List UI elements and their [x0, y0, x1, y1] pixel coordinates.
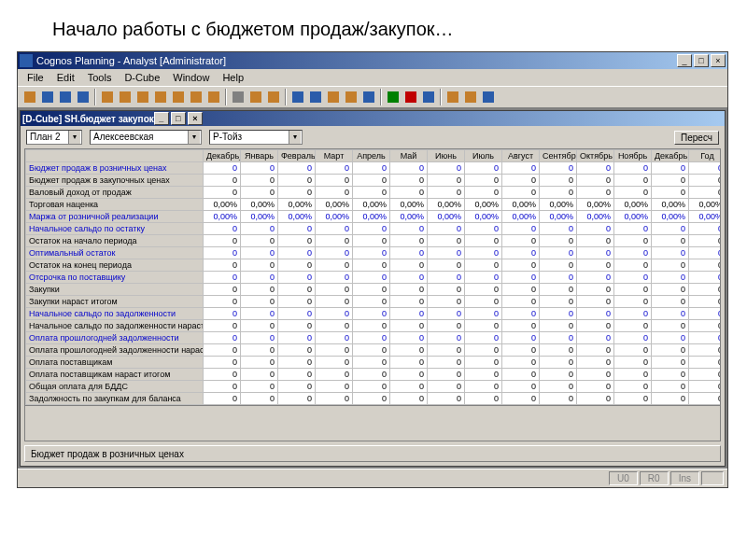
toolbar-btn-5[interactable] — [117, 89, 134, 105]
data-cell[interactable]: 0 — [278, 369, 316, 381]
toolbar-btn-23[interactable] — [462, 89, 479, 105]
data-cell[interactable]: 0 — [689, 187, 722, 199]
data-cell[interactable]: 0 — [577, 308, 614, 320]
data-cell[interactable]: 0 — [689, 235, 722, 247]
row-header[interactable]: Задолжность по закупкам для баланса — [26, 393, 204, 405]
data-cell[interactable]: 0 — [428, 320, 465, 332]
data-cell[interactable]: 0 — [353, 272, 390, 284]
col-header[interactable]: Ноябрь — [614, 150, 652, 162]
toolbar-btn-10[interactable] — [205, 89, 222, 105]
data-cell[interactable]: 0 — [465, 369, 502, 381]
data-cell[interactable]: 0 — [652, 296, 689, 308]
data-cell[interactable]: 0 — [614, 357, 652, 369]
data-cell[interactable]: 0 — [540, 332, 577, 344]
data-cell[interactable]: 0 — [241, 393, 278, 405]
data-cell[interactable]: 0,00% — [540, 199, 577, 211]
data-cell[interactable]: 0 — [502, 308, 540, 320]
data-cell[interactable]: 0,00% — [652, 199, 689, 211]
row-header[interactable]: Оплата прошлогодней задолженности — [26, 332, 204, 344]
data-cell[interactable]: 0 — [689, 175, 722, 187]
data-cell[interactable]: 0 — [353, 381, 390, 393]
data-cell[interactable]: 0 — [502, 393, 540, 405]
data-cell[interactable]: 0 — [428, 308, 465, 320]
data-cell[interactable]: 0 — [390, 357, 428, 369]
row-header[interactable]: Бюджет продаж в розничных ценах — [26, 162, 204, 175]
data-cell[interactable]: 0 — [428, 175, 465, 187]
data-cell[interactable]: 0 — [353, 332, 390, 344]
data-cell[interactable]: 0 — [428, 369, 465, 381]
row-header[interactable]: Закупки нараст итогом — [26, 296, 204, 308]
data-cell[interactable]: 0 — [278, 175, 316, 187]
data-cell[interactable]: 0 — [465, 296, 502, 308]
data-cell[interactable]: 0 — [502, 223, 540, 235]
data-cell[interactable]: 0 — [577, 259, 614, 272]
data-cell[interactable]: 0 — [390, 272, 428, 284]
toolbar-btn-14[interactable] — [289, 89, 306, 105]
data-cell[interactable]: 0 — [241, 296, 278, 308]
data-cell[interactable]: 0 — [278, 308, 316, 320]
data-cell[interactable]: 0 — [540, 296, 577, 308]
data-cell[interactable]: 0 — [540, 223, 577, 235]
data-cell[interactable]: 0 — [652, 381, 689, 393]
data-cell[interactable]: 0 — [353, 247, 390, 259]
maximize-button[interactable]: □ — [694, 54, 709, 67]
data-cell[interactable]: 0 — [428, 284, 465, 296]
toolbar-btn-9[interactable] — [188, 89, 204, 105]
data-cell[interactable]: 0 — [241, 381, 278, 393]
data-cell[interactable]: 0,00% — [316, 211, 353, 223]
inner-maximize-button[interactable]: □ — [171, 112, 186, 125]
row-header[interactable]: Начальное сальдо по задолженности нараст… — [26, 320, 204, 332]
data-cell[interactable]: 0 — [353, 344, 390, 357]
data-cell[interactable]: 0 — [204, 284, 241, 296]
data-cell[interactable]: 0 — [241, 308, 278, 320]
data-cell[interactable]: 0,00% — [614, 211, 652, 223]
data-cell[interactable]: 0 — [689, 344, 722, 357]
data-cell[interactable]: 0 — [614, 259, 652, 272]
data-cell[interactable]: 0 — [614, 393, 652, 405]
data-cell[interactable]: 0 — [316, 381, 353, 393]
refresh-button[interactable]: Пересч — [674, 131, 719, 145]
col-header[interactable]: Сентябрь — [540, 150, 577, 162]
data-cell[interactable]: 0 — [652, 247, 689, 259]
data-cell[interactable]: 0 — [652, 284, 689, 296]
data-cell[interactable]: 0 — [689, 381, 722, 393]
data-cell[interactable]: 0 — [689, 369, 722, 381]
data-cell[interactable]: 0 — [204, 320, 241, 332]
data-cell[interactable]: 0,00% — [428, 211, 465, 223]
data-cell[interactable]: 0 — [241, 259, 278, 272]
data-cell[interactable]: 0 — [465, 272, 502, 284]
data-cell[interactable]: 0 — [502, 235, 540, 247]
data-cell[interactable]: 0,00% — [465, 211, 502, 223]
data-cell[interactable]: 0 — [502, 175, 540, 187]
data-cell[interactable]: 0 — [652, 223, 689, 235]
data-cell[interactable]: 0 — [465, 259, 502, 272]
data-cell[interactable]: 0 — [689, 332, 722, 344]
row-header[interactable]: Отсрочка по поставщику — [26, 272, 204, 284]
data-cell[interactable]: 0 — [502, 332, 540, 344]
data-cell[interactable]: 0 — [204, 175, 241, 187]
data-cell[interactable]: 0 — [428, 187, 465, 199]
data-cell[interactable]: 0 — [652, 235, 689, 247]
data-cell[interactable]: 0 — [316, 187, 353, 199]
data-cell[interactable]: 0 — [204, 369, 241, 381]
data-cell[interactable]: 0 — [465, 175, 502, 187]
data-cell[interactable]: 0 — [316, 259, 353, 272]
data-cell[interactable]: 0 — [390, 259, 428, 272]
data-cell[interactable]: 0 — [614, 235, 652, 247]
data-cell[interactable]: 0 — [241, 162, 278, 175]
data-cell[interactable]: 0 — [390, 162, 428, 175]
data-cell[interactable]: 0 — [316, 247, 353, 259]
data-cell[interactable]: 0 — [204, 393, 241, 405]
data-cell[interactable]: 0,00% — [652, 211, 689, 223]
data-cell[interactable]: 0 — [502, 381, 540, 393]
col-header[interactable]: Июль — [465, 150, 502, 162]
data-cell[interactable]: 0 — [540, 393, 577, 405]
data-cell[interactable]: 0,00% — [353, 199, 390, 211]
data-cell[interactable]: 0,00% — [577, 199, 614, 211]
data-cell[interactable]: 0 — [353, 284, 390, 296]
data-cell[interactable]: 0 — [540, 235, 577, 247]
data-cell[interactable]: 0,00% — [278, 211, 316, 223]
data-cell[interactable]: 0 — [241, 357, 278, 369]
data-cell[interactable]: 0 — [278, 223, 316, 235]
data-cell[interactable]: 0,00% — [204, 199, 241, 211]
